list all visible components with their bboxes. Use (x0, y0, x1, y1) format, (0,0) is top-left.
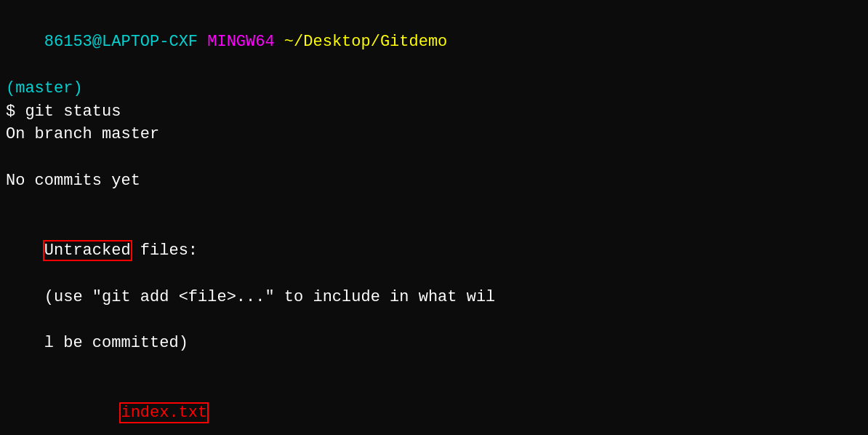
index-file-line: index.txt (6, 378, 862, 435)
terminal-window: 86153@LAPTOP-CXF MINGW64 ~/Desktop/Gitde… (6, 7, 862, 428)
untracked-box: Untracked (44, 242, 131, 260)
committed-line: l be committed) (6, 309, 862, 379)
empty-line-1 (6, 146, 862, 169)
command-line: $ git status (6, 100, 862, 124)
prompt-user: 86153@LAPTOP-CXF (44, 33, 198, 51)
prompt-path: ~/Desktop/Gitdemo (275, 33, 448, 51)
files-rest: files: (131, 242, 198, 260)
index-file: index.txt (121, 404, 207, 422)
git-add-hint-line: (use "git add <file>..." to include in w… (6, 286, 862, 309)
no-commits-line: No commits yet (6, 169, 862, 193)
prompt-line: 86153@LAPTOP-CXF MINGW64 ~/Desktop/Gitde… (6, 7, 862, 77)
indent (44, 404, 121, 422)
untracked-files-line: Untracked files: (6, 216, 862, 286)
empty-line-2 (6, 193, 862, 216)
branch-line: (master) (6, 77, 862, 100)
on-branch-line: On branch master (6, 123, 862, 146)
prompt-mingw: MINGW64 (198, 33, 275, 51)
committed-text: l be committed) (44, 334, 188, 352)
